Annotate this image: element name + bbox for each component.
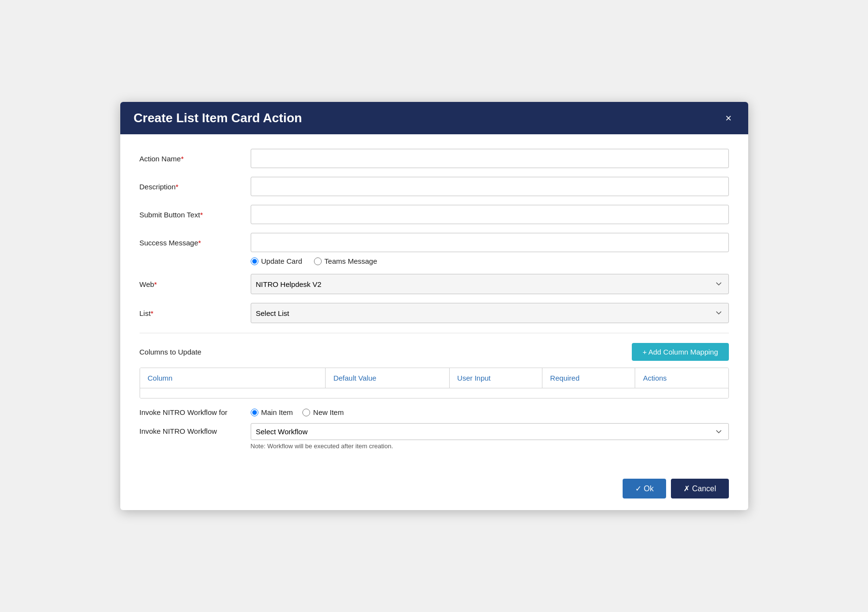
success-message-label: Success Message* [140,239,251,247]
update-card-radio-label[interactable]: Update Card [251,257,302,265]
description-label: Description* [140,183,251,191]
main-item-radio-label[interactable]: Main Item [251,408,293,416]
description-group: Description* [140,177,729,196]
teams-message-radio[interactable] [314,257,322,265]
column-header-actions: Actions [635,368,728,388]
columns-header: Columns to Update + Add Column Mapping [140,343,729,361]
required-star: * [181,155,184,163]
column-header-user-input: User Input [450,368,542,388]
dialog-footer: ✓ Ok ✗ Cancel [120,471,748,510]
invoke-workflow-for-radio-group: Main Item New Item [251,408,344,416]
list-select[interactable]: Select List [251,303,729,323]
card-type-radio-group: Update Card Teams Message [251,257,729,265]
success-message-input[interactable] [251,233,729,252]
workflow-select[interactable]: Select Workflow [251,423,729,440]
columns-label: Columns to Update [140,348,201,356]
ok-button[interactable]: ✓ Ok [623,479,666,498]
new-item-radio-label[interactable]: New Item [302,408,343,416]
update-card-radio[interactable] [251,257,258,265]
invoke-workflow-label: Invoke NITRO Workflow [140,427,251,435]
dialog-body: Action Name* Description* Submit Button … [120,134,748,471]
web-label: Web* [140,280,251,288]
list-label: List* [140,309,251,317]
invoke-workflow-for-label: Invoke NITRO Workflow for [140,408,251,416]
column-header-default-value: Default Value [326,368,449,388]
columns-section: Columns to Update + Add Column Mapping C… [140,343,729,399]
description-input[interactable] [251,177,729,196]
main-item-radio[interactable] [251,409,258,416]
section-divider [140,333,729,333]
invoke-workflow-for-group: Invoke NITRO Workflow for Main Item New … [140,408,729,416]
submit-button-text-input[interactable] [251,205,729,224]
list-group: List* Select List [140,303,729,323]
new-item-radio[interactable] [302,409,310,416]
dialog-title: Create List Item Card Action [134,111,302,126]
close-button[interactable]: × [723,112,735,125]
dialog-header: Create List Item Card Action × [120,102,748,134]
submit-button-text-group: Submit Button Text* [140,205,729,224]
action-name-input[interactable] [251,149,729,168]
workflow-select-container: Select Workflow Note: Workflow will be e… [251,423,729,450]
web-group: Web* NITRO Helpdesk V2 [140,274,729,294]
column-header-column: Column [140,368,326,388]
add-column-mapping-button[interactable]: + Add Column Mapping [632,343,728,361]
create-list-item-dialog: Create List Item Card Action × Action Na… [120,102,748,510]
invoke-workflow-group: Invoke NITRO Workflow Select Workflow No… [140,423,729,450]
table-header-row: Column Default Value User Input Required… [140,368,728,388]
submit-button-text-label: Submit Button Text* [140,211,251,219]
columns-table: Column Default Value User Input Required… [140,368,729,399]
cancel-button[interactable]: ✗ Cancel [671,479,728,498]
action-name-group: Action Name* [140,149,729,168]
teams-message-radio-label[interactable]: Teams Message [314,257,377,265]
workflow-note: Note: Workflow will be executed after it… [251,442,393,450]
table-body [140,388,728,398]
success-message-group: Success Message* [140,233,729,252]
column-header-required: Required [542,368,635,388]
action-name-label: Action Name* [140,155,251,163]
web-select[interactable]: NITRO Helpdesk V2 [251,274,729,294]
